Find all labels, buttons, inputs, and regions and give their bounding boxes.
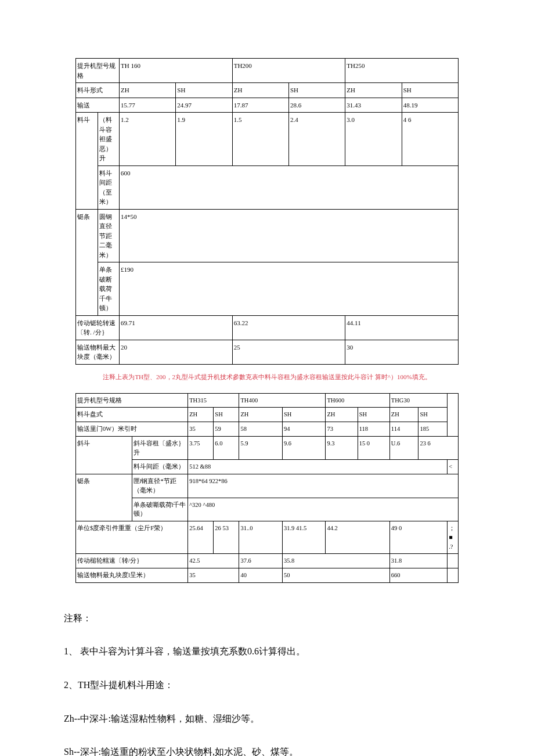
t2-tc-7: 23 6 xyxy=(418,436,459,460)
t1-max-lump-label: 输送物料最大块度（毫米） xyxy=(76,340,120,364)
t2-uw-6: ；；■ .? xyxy=(448,521,459,554)
t2-unit-weight-label: 单位$度牵引件重重（尘斤F荣） xyxy=(76,521,188,554)
t2-tc-0: 3.75 xyxy=(188,436,214,460)
t2-ds-3: 31.8 xyxy=(389,554,447,568)
t2-tilt-label: 斜斗 xyxy=(76,436,132,474)
t1-bucket-cap-label: （料斗容袒盛恶）升 xyxy=(98,113,120,166)
t1-convey-label: 输送 xyxy=(76,98,120,113)
t1-drive-speed-label: 传动铤轮转速〔转. /分｝ xyxy=(76,315,120,340)
t2-model-1: TH400 xyxy=(239,393,326,408)
t1-ds-0: 69.71 xyxy=(120,315,233,340)
t1-model-2: TH250 xyxy=(345,59,459,83)
t2-tc-4: 9.3 xyxy=(326,436,358,460)
t1-chain-break: £190 xyxy=(120,262,459,316)
document-page: 提升机型号规格 TH 160 TH200 TH250 料斗形式 ZH SH ZH… xyxy=(0,0,534,756)
t1-bc-1: 1.9 xyxy=(176,113,232,166)
t2-ml-blank xyxy=(448,568,459,583)
note-2: 2、TH型斗提机料斗用途： xyxy=(64,673,470,697)
t1-bt-2: ZH xyxy=(232,83,288,98)
t1-bt-5: SH xyxy=(402,83,458,98)
t1-bc-0: 1.2 xyxy=(120,113,176,166)
t2-bt-6: ZH xyxy=(389,408,418,422)
t2-side-cell xyxy=(448,393,459,436)
t1-bucket-spacing-label: 料斗间距（至米） xyxy=(98,165,120,209)
t1-cv-5: 48.19 xyxy=(402,98,458,113)
t2-chain-break: ^320 ^480 xyxy=(188,498,459,521)
t2-tilt-cap-label: 斜斗容租〔盛水｝升 xyxy=(132,436,188,460)
t2-ds-blank xyxy=(448,554,459,568)
t2-bt-2: ZH xyxy=(239,408,283,422)
t1-bc-2: 1.5 xyxy=(232,113,288,166)
t2-cv-2: 58 xyxy=(239,422,283,437)
t2-cv-4: 73 xyxy=(326,422,358,437)
t1-chain-diam-label: 圆钢直径节距二毫米） xyxy=(98,209,120,262)
t2-tc-2: 5.9 xyxy=(239,436,283,460)
t2-bt-0: ZH xyxy=(188,408,214,422)
notes-heading: 注释： xyxy=(64,606,470,631)
t2-cv-7: 185 xyxy=(418,422,448,437)
t2-spacing-label: 料斗间距（毫米） xyxy=(132,460,188,474)
t2-chain-label: 铤条 xyxy=(76,474,132,521)
spec-table-2: 提升机型号规格 TH315 TH400 TH600 THG30 料斗盘式 ZH … xyxy=(75,393,459,583)
t2-convey-label: 输送里门0W）米引时 xyxy=(76,422,188,437)
t2-chain-break-label: 单条破嘶载荷l千牛顿） xyxy=(132,498,188,521)
t2-uw-0: 25.64 xyxy=(188,521,214,554)
t2-uw-4: 44.2 xyxy=(326,521,389,554)
t2-tc-5: 15 0 xyxy=(358,436,389,460)
t2-drive-speed-label: 传动槌轮轄速〔转/分｝ xyxy=(76,554,188,568)
t2-spacing-tail: < xyxy=(448,460,459,474)
t2-cv-5: 118 xyxy=(358,422,389,437)
t2-bt-3: SH xyxy=(282,408,326,422)
t2-bt-1: SH xyxy=(214,408,239,422)
t1-cv-0: 15.77 xyxy=(120,98,176,113)
t1-bucket-type-label: 料斗形式 xyxy=(76,83,120,98)
t2-ml-3: 660 xyxy=(389,568,447,583)
t1-ds-1: 63.22 xyxy=(232,315,345,340)
t2-bt-4: ZH xyxy=(326,408,358,422)
t2-ml-0: 35 xyxy=(188,568,239,583)
t1-bt-0: ZH xyxy=(120,83,176,98)
t1-bt-1: SH xyxy=(176,83,232,98)
note-red: 注释上表为TH型、200，2丸型斗式提升机技术參數克表中料斗容租为盛水容租输送里… xyxy=(52,373,482,381)
t1-model-label: 提升机型号规格 xyxy=(76,59,120,83)
t2-spacing: 512 &88 xyxy=(188,460,448,474)
t2-uw-1: 26 53 xyxy=(214,521,239,554)
t1-ml-1: 25 xyxy=(232,340,345,364)
notes-section: 注释： 1、 表中斗容为计算斗容，输送量按填充系数0.6计算得出。 2、TH型斗… xyxy=(64,606,470,756)
t1-bucket-spacing: 600 xyxy=(120,165,459,209)
t2-model-2: TH600 xyxy=(326,393,389,408)
t2-uw-3: 31.9 41.5 xyxy=(282,521,326,554)
note-zh: Zh--中深斗:输送湿粘性物料，如糖、湿细沙等。 xyxy=(64,707,470,731)
t2-ds-0: 42.5 xyxy=(188,554,239,568)
t1-ml-0: 20 xyxy=(120,340,233,364)
t1-bucket-label: 料斗 xyxy=(76,113,98,210)
t2-uw-5: 49 0 xyxy=(389,521,447,554)
t2-tc-6: U.6 xyxy=(389,436,418,460)
note-sh: Sh--深斗:输送重的粉状至小块状物料,如水泥、砂、煤等。 xyxy=(64,740,470,756)
t2-tc-1: 6.0 xyxy=(214,436,239,460)
t2-bucket-type-label: 料斗盘式 xyxy=(76,408,188,422)
t1-cv-3: 28.6 xyxy=(288,98,345,113)
t2-max-lump-label: 输送物料最丸块度l呈米） xyxy=(76,568,188,583)
t2-cv-1: 59 xyxy=(214,422,239,437)
t2-model-3: THG30 xyxy=(389,393,447,408)
t1-model-1: TH200 xyxy=(232,59,345,83)
t2-ml-1: 40 xyxy=(239,568,283,583)
t1-ml-2: 30 xyxy=(345,340,459,364)
t1-ds-2: 44.11 xyxy=(345,315,459,340)
t2-ds-2: 35.8 xyxy=(282,554,389,568)
t2-cv-3: 94 xyxy=(282,422,326,437)
t1-bt-4: ZH xyxy=(345,83,402,98)
note-1: 1、 表中斗容为计算斗容，输送量按填充系数0.6计算得出。 xyxy=(64,639,470,664)
t1-bc-3: 2.4 xyxy=(288,113,345,166)
t1-model-0: TH 160 xyxy=(120,59,233,83)
t1-chain-break-label: 单条破断载荷千牛顿） xyxy=(98,262,120,316)
t2-cv-6: 114 xyxy=(389,422,418,437)
t2-model-0: TH315 xyxy=(188,393,239,408)
t1-chain-diam: 14*50 xyxy=(120,209,459,262)
t2-tc-3: 9.6 xyxy=(282,436,326,460)
t1-cv-2: 17.87 xyxy=(232,98,288,113)
t2-ds-1: 37.6 xyxy=(239,554,283,568)
t2-bt-7: SH xyxy=(418,408,448,422)
t2-model-label: 提升机型号规格 xyxy=(76,393,188,408)
